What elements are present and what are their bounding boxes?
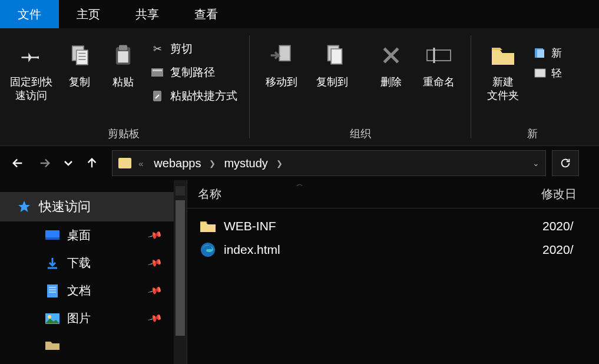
pin-icon: 📌 xyxy=(147,227,163,243)
svg-rect-7 xyxy=(118,51,128,62)
delete-label: 删除 xyxy=(380,75,402,89)
shortcut-icon xyxy=(150,89,164,103)
easy-access-partial[interactable]: 轻 xyxy=(534,66,562,80)
sidebar-scrollbar[interactable] xyxy=(174,180,187,364)
pin-to-quick-access-button[interactable]: 固定到快 速访问 xyxy=(6,38,56,103)
tab-file[interactable]: 文件 xyxy=(0,0,59,28)
cut-label: 剪切 xyxy=(170,41,193,57)
path-icon xyxy=(150,65,164,80)
clipboard-group-label: 剪贴板 xyxy=(6,127,241,143)
svg-rect-17 xyxy=(537,49,544,58)
column-header-modified[interactable]: 修改日 xyxy=(541,186,588,202)
file-row-folder[interactable]: WEB-INF 2020/ xyxy=(187,214,599,238)
sidebar-item-downloads[interactable]: 下载 📌 xyxy=(0,249,187,277)
new-item-icon xyxy=(534,47,547,59)
sidebar: 快速访问 桌面 📌 下载 📌 文档 📌 xyxy=(0,180,187,364)
organize-group-label: 组织 xyxy=(258,127,462,143)
sidebar-item-label: 快速访问 xyxy=(39,198,91,216)
breadcrumb-overflow[interactable]: « xyxy=(136,158,145,168)
copy-to-icon xyxy=(318,41,346,70)
sidebar-item-cutoff[interactable] xyxy=(0,332,187,357)
copy-to-label: 复制到 xyxy=(316,75,348,89)
sidebar-item-label: 文档 xyxy=(67,283,91,299)
breadcrumb-dropdown[interactable]: ⌄ xyxy=(532,158,540,168)
tab-share[interactable]: 共享 xyxy=(118,0,177,28)
paste-button[interactable]: 粘贴 xyxy=(103,38,143,89)
breadcrumb-item-mystudy[interactable]: mystudy xyxy=(220,157,271,170)
folder-icon xyxy=(198,218,218,234)
nav-history-button[interactable] xyxy=(60,151,77,175)
folder-icon xyxy=(118,158,131,168)
ribbon-group-organize: 移动到 复制到 删除 重命名 组织 xyxy=(252,28,468,145)
paste-shortcut-button[interactable]: 粘贴快捷方式 xyxy=(147,87,241,105)
chevron-right-icon[interactable]: ❯ xyxy=(276,159,283,168)
tab-home[interactable]: 主页 xyxy=(59,0,118,28)
delete-button[interactable]: 删除 xyxy=(370,38,412,89)
new-folder-button[interactable]: 新建 文件夹 xyxy=(479,38,527,103)
new-folder-label: 新建 文件夹 xyxy=(487,75,519,103)
paste-icon xyxy=(109,41,137,70)
arrow-right-icon xyxy=(38,157,51,170)
copy-path-label: 复制路径 xyxy=(170,65,215,80)
sidebar-item-quick-access[interactable]: 快速访问 xyxy=(0,192,187,221)
svg-point-26 xyxy=(48,315,51,319)
folder-icon xyxy=(45,338,60,351)
nav-back-button[interactable] xyxy=(6,151,29,175)
svg-rect-14 xyxy=(427,50,451,61)
ribbon-divider xyxy=(249,35,250,138)
sidebar-item-documents[interactable]: 文档 📌 xyxy=(0,277,187,305)
file-row-html[interactable]: index.html 2020/ xyxy=(187,238,599,262)
file-name: WEB-INF xyxy=(224,219,542,233)
breadcrumb-item-webapps[interactable]: webapps xyxy=(150,157,204,170)
pin-icon: 📌 xyxy=(147,283,163,298)
rename-label: 重命名 xyxy=(423,75,455,89)
column-headers[interactable]: 名称 修改日 xyxy=(187,180,599,209)
cut-button[interactable]: ✂ 剪切 xyxy=(147,40,241,58)
move-to-label: 移动到 xyxy=(266,75,297,89)
nav-up-button[interactable] xyxy=(80,151,104,175)
pin-to-quick-access-label: 固定到快 速访问 xyxy=(10,75,52,103)
pin-icon: 📌 xyxy=(147,310,163,326)
new-folder-icon xyxy=(489,41,517,70)
tab-view[interactable]: 查看 xyxy=(177,0,236,28)
documents-icon xyxy=(45,284,60,297)
pictures-icon xyxy=(45,312,60,325)
downloads-icon xyxy=(45,257,60,270)
new-item-partial[interactable]: 新 xyxy=(534,46,562,60)
edge-icon xyxy=(198,241,218,258)
pin-icon: 📌 xyxy=(147,255,163,270)
breadcrumb[interactable]: « webapps ❯ mystudy ❯ ⌄ xyxy=(112,150,546,176)
arrow-left-icon xyxy=(11,157,24,170)
new-group-label-partial: 新 xyxy=(479,127,562,143)
body: ︿ 快速访问 桌面 📌 下载 📌 文档 xyxy=(0,180,599,364)
easy-access-label: 轻 xyxy=(551,66,562,80)
nav-forward-button[interactable] xyxy=(33,151,57,175)
new-item-label: 新 xyxy=(551,46,562,60)
scissors-icon: ✂ xyxy=(150,42,164,56)
ribbon: 固定到快 速访问 复制 粘贴 ✂ 剪切 xyxy=(0,28,599,146)
sidebar-item-label: 桌面 xyxy=(67,227,91,243)
ribbon-divider xyxy=(471,35,471,138)
chevron-right-icon[interactable]: ❯ xyxy=(209,159,216,168)
paste-label: 粘贴 xyxy=(112,75,134,89)
sidebar-item-desktop[interactable]: 桌面 📌 xyxy=(0,221,187,249)
svg-rect-11 xyxy=(279,46,290,61)
rename-button[interactable]: 重命名 xyxy=(415,38,462,89)
rename-icon xyxy=(425,41,453,70)
file-pane: 名称 修改日 WEB-INF 2020/ index.html 2020/ xyxy=(187,180,599,364)
desktop-icon xyxy=(45,229,60,242)
collapse-caret-icon[interactable]: ︿ xyxy=(296,179,303,189)
refresh-icon xyxy=(559,157,572,170)
sidebar-item-label: 下载 xyxy=(67,255,91,271)
copy-to-button[interactable]: 复制到 xyxy=(309,38,356,89)
chevron-down-icon xyxy=(64,160,73,167)
move-to-icon xyxy=(267,41,296,70)
copy-button[interactable]: 复制 xyxy=(59,38,100,89)
refresh-button[interactable] xyxy=(552,150,579,176)
sidebar-item-label: 图片 xyxy=(67,310,91,326)
move-to-button[interactable]: 移动到 xyxy=(258,38,305,89)
menu-tabs: 文件 主页 共享 查看 xyxy=(0,0,599,28)
copy-path-button[interactable]: 复制路径 xyxy=(147,64,241,81)
column-header-name[interactable]: 名称 xyxy=(198,186,541,202)
sidebar-item-pictures[interactable]: 图片 📌 xyxy=(0,305,187,332)
